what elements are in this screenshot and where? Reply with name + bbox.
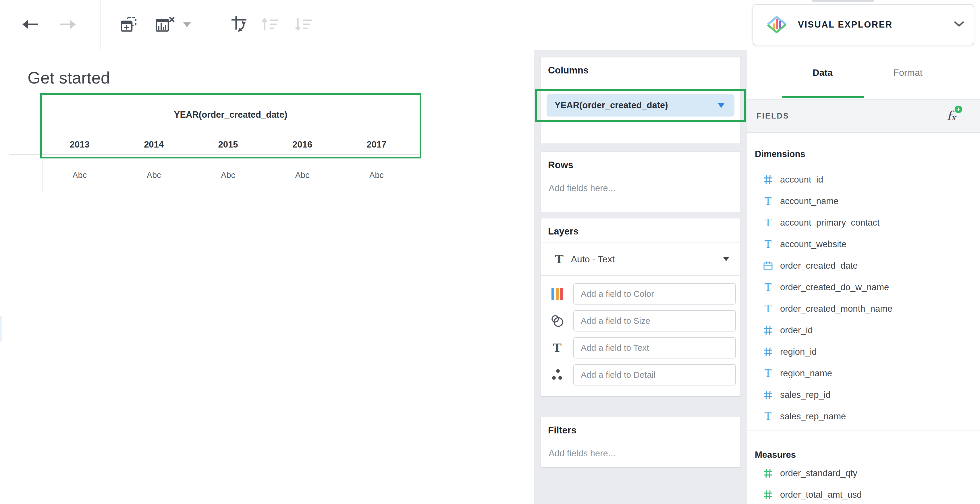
text-mark-icon: T [555, 254, 563, 265]
year-header[interactable]: 2016 [265, 139, 339, 150]
fields-section-header: FIELDS fx+ [747, 99, 980, 133]
sort-descending-icon [294, 17, 313, 32]
table-cell[interactable]: Abc [339, 171, 414, 180]
toolbar-separator [209, 0, 209, 50]
field-item[interactable]: sales_rep_id [747, 384, 980, 406]
field-item[interactable]: T order_created_do_w_name [747, 276, 980, 298]
field-item[interactable]: T order_created_month_name [747, 298, 980, 319]
field-item[interactable]: region_id [747, 341, 980, 363]
new-worksheet-icon [120, 17, 137, 33]
layers-shelf: Layers T Auto - Text [541, 218, 741, 397]
new-worksheet-button[interactable] [113, 0, 145, 50]
text-field-icon: T [762, 196, 774, 206]
rows-shelf-title: Rows [541, 152, 740, 171]
year-header[interactable]: 2015 [191, 139, 265, 150]
clear-worksheet-icon [156, 17, 175, 33]
field-item[interactable]: T sales_rep_name [747, 406, 980, 427]
color-icon [541, 288, 573, 300]
sort-descending-button[interactable] [287, 0, 320, 50]
mark-type-dropdown[interactable]: T Auto - Text [541, 243, 740, 275]
worksheet-canvas: Get started YEAR(order_created_date) 201… [0, 50, 534, 504]
filters-shelf-title: Filters [541, 417, 740, 436]
mark-type-label: Auto - Text [571, 254, 615, 265]
visual-explorer-app: VISUAL EXPLORER Get started YEAR(order_c… [0, 0, 980, 504]
number-field-icon [762, 175, 774, 185]
size-field-input[interactable] [573, 310, 736, 331]
fields-panel: Data Format FIELDS fx+ Dimensions accoun… [747, 50, 980, 504]
text-icon: T [541, 342, 573, 353]
back-button[interactable] [14, 0, 46, 50]
field-item[interactable]: order_id [747, 319, 980, 341]
sort-ascending-icon [261, 17, 280, 32]
measures-section-title: Measures [755, 447, 796, 463]
filters-shelf[interactable]: Filters Add fields here... [541, 417, 741, 468]
size-icon [541, 314, 573, 328]
add-calculated-field-button[interactable]: fx+ [947, 109, 956, 122]
year-header[interactable]: 2017 [339, 139, 414, 150]
detail-field-input[interactable] [573, 364, 736, 385]
swap-rows-columns-button[interactable] [223, 0, 256, 50]
scroll-artifact-bar [812, 0, 874, 2]
field-item[interactable]: order_standard_qty [747, 463, 980, 484]
sort-ascending-button[interactable] [254, 0, 286, 50]
field-item[interactable]: account_id [747, 169, 980, 190]
columns-pill-label: YEAR(order_created_date) [555, 100, 668, 111]
columns-shelf-title: Columns [541, 57, 740, 76]
layers-shelf-title: Layers [541, 219, 740, 237]
visual-explorer-logo-icon [763, 11, 791, 38]
table-cell[interactable]: Abc [265, 171, 339, 180]
table-year-headers: 2013 2014 2015 2016 2017 [43, 139, 414, 150]
left-drawer-handle[interactable] [0, 316, 2, 342]
field-item[interactable]: T region_name [747, 363, 980, 384]
table-cell[interactable]: Abc [43, 171, 117, 180]
table-placeholder-row: Abc Abc Abc Abc Abc [43, 166, 414, 184]
active-tab-indicator [782, 96, 864, 98]
table-cell[interactable]: Abc [117, 171, 191, 180]
chevron-down-icon [723, 257, 729, 261]
visual-explorer-menu[interactable]: VISUAL EXPLORER [752, 4, 974, 45]
table-field-header: YEAR(order_created_date) [41, 109, 420, 120]
swap-axes-icon [231, 16, 248, 34]
chevron-down-icon [183, 22, 191, 27]
table-cell[interactable]: Abc [191, 171, 265, 180]
text-field-icon: T [762, 411, 774, 422]
year-header[interactable]: 2014 [117, 139, 191, 150]
year-header[interactable]: 2013 [43, 139, 117, 150]
field-item[interactable]: order_total_amt_usd [747, 484, 980, 504]
page-title: Get started [27, 68, 110, 87]
field-item[interactable]: T account_website [747, 233, 980, 255]
color-slot-row [541, 281, 740, 307]
app-title: VISUAL EXPLORER [798, 19, 892, 30]
field-item[interactable]: T account_name [747, 190, 980, 212]
text-field-icon: T [762, 282, 774, 292]
forward-arrow-icon [59, 19, 77, 31]
fields-section-title: FIELDS [757, 112, 789, 120]
columns-field-pill[interactable]: YEAR(order_created_date) [547, 94, 734, 117]
color-field-input[interactable] [573, 283, 736, 304]
rows-shelf[interactable]: Rows Add fields here... [541, 152, 741, 212]
shelf-panel: Columns YEAR(order_created_date) Rows Ad… [534, 50, 747, 504]
plus-badge-icon: + [955, 106, 962, 113]
text-field-icon: T [762, 217, 774, 228]
tab-format[interactable]: Format [893, 67, 922, 78]
forward-button[interactable] [52, 0, 84, 50]
measures-list: order_standard_qty order_total_amt_usd [747, 463, 980, 504]
rows-shelf-placeholder: Add fields here... [541, 171, 740, 193]
text-field-icon: T [762, 239, 774, 249]
tab-data[interactable]: Data [813, 67, 832, 78]
highlighted-column-header[interactable]: YEAR(order_created_date) 2013 2014 2015 … [40, 93, 422, 158]
size-slot-row [541, 307, 740, 334]
toolbar-separator [100, 0, 100, 50]
field-item[interactable]: order_created_date [747, 255, 980, 276]
number-field-icon [762, 325, 774, 335]
field-item[interactable]: T account_primary_contact [747, 212, 980, 233]
pill-dropdown-caret-icon[interactable] [718, 103, 725, 108]
back-arrow-icon [21, 19, 40, 31]
text-slot-row: T [541, 334, 740, 361]
detail-icon [541, 369, 573, 381]
text-field-input[interactable] [573, 337, 736, 358]
dimensions-section-title: Dimensions [755, 147, 805, 162]
clear-worksheet-menu-button[interactable] [177, 0, 197, 50]
text-field-icon: T [762, 304, 774, 314]
number-measure-icon [762, 468, 774, 478]
